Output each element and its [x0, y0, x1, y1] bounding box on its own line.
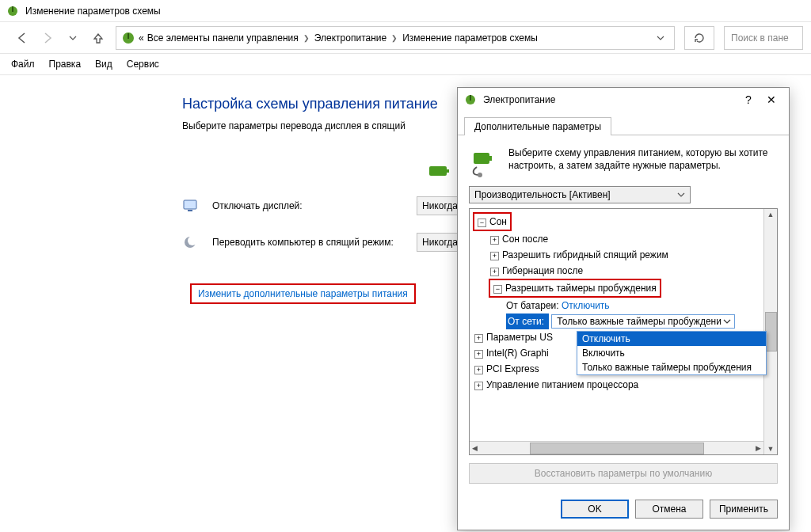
- dialog-intro-text: Выберите схему управления питанием, кото…: [508, 146, 778, 178]
- app-icon: [6, 5, 19, 17]
- nav-bar: « Все элементы панели управления ❯ Элект…: [0, 22, 811, 54]
- dialog-body: Выберите схему управления питанием, кото…: [458, 135, 789, 492]
- chevron-right-icon: ❯: [302, 34, 311, 42]
- breadcrumb-item[interactable]: Изменение параметров схемы: [402, 32, 538, 44]
- chevron-down-icon: [677, 191, 685, 199]
- advanced-power-link[interactable]: Изменить дополнительные параметры питани…: [190, 283, 416, 304]
- svg-rect-7: [188, 210, 192, 211]
- menu-bar: Файл Правка Вид Сервис: [0, 54, 811, 75]
- svg-rect-11: [470, 95, 471, 101]
- chevron-right-icon: ❯: [390, 34, 399, 42]
- expand-icon[interactable]: +: [474, 350, 483, 359]
- battery-plug-icon: [469, 146, 501, 178]
- wake-timer-dropdown[interactable]: Отключить Включить Только важные таймеры…: [577, 331, 767, 375]
- help-button[interactable]: ?: [738, 93, 759, 106]
- cancel-button[interactable]: Отмена: [635, 500, 703, 519]
- power-scheme-select[interactable]: Производительность [Активен]: [469, 186, 691, 203]
- refresh-button[interactable]: [684, 26, 714, 50]
- search-placeholder: Поиск в пане: [731, 32, 789, 44]
- expand-icon[interactable]: +: [474, 382, 483, 390]
- dropdown-option[interactable]: Только важные таймеры пробуждения: [577, 360, 766, 374]
- svg-rect-4: [429, 166, 447, 176]
- chevron-down-icon: [723, 317, 731, 325]
- dialog-footer: OK Отмена Применить: [458, 492, 789, 530]
- breadcrumb-icon: [121, 31, 135, 45]
- scroll-thumb[interactable]: [530, 443, 704, 454]
- svg-rect-12: [474, 153, 489, 164]
- tree-node-sleep-after[interactable]: +Сон после: [473, 231, 774, 247]
- tree-setting-on-battery[interactable]: От батареи: Отключить: [473, 298, 774, 314]
- moon-icon: [182, 234, 198, 250]
- settings-tree: −Сон +Сон после +Разрешить гибридный спя…: [469, 208, 778, 455]
- breadcrumb-bar[interactable]: « Все элементы панели управления ❯ Элект…: [116, 26, 675, 50]
- tree-node-hibernate-after[interactable]: +Гибернация после: [473, 263, 774, 279]
- power-icon: [464, 93, 477, 106]
- svg-point-9: [188, 236, 197, 245]
- collapse-icon[interactable]: −: [493, 285, 502, 294]
- expand-icon[interactable]: +: [490, 252, 499, 260]
- svg-point-14: [478, 173, 482, 177]
- on-battery-value[interactable]: Отключить: [562, 300, 610, 311]
- menu-file[interactable]: Файл: [11, 59, 35, 70]
- close-button[interactable]: ✕: [759, 93, 784, 106]
- expand-icon[interactable]: +: [490, 236, 499, 245]
- back-button[interactable]: [14, 30, 30, 46]
- monitor-icon: [182, 198, 198, 214]
- collapse-icon[interactable]: −: [478, 218, 486, 227]
- svg-rect-6: [184, 200, 196, 209]
- horizontal-scrollbar[interactable]: ◀ ▶: [470, 441, 763, 454]
- tree-node-wake-timers[interactable]: −Разрешить таймеры пробуждения: [473, 279, 774, 298]
- svg-rect-1: [12, 6, 13, 12]
- apply-button[interactable]: Применить: [710, 500, 778, 519]
- restore-defaults-button[interactable]: Восстановить параметры по умолчанию: [469, 463, 778, 484]
- tree-node-cpu-power[interactable]: +Управление питанием процессора: [473, 377, 774, 393]
- breadcrumb-root[interactable]: «: [139, 32, 144, 44]
- expand-icon[interactable]: +: [474, 334, 483, 343]
- tree-node-sleep[interactable]: −Сон: [473, 212, 774, 231]
- plugged-in-value-select[interactable]: Только важные таймеры пробуждени: [551, 314, 735, 329]
- tree-setting-plugged-in[interactable]: От сети: Только важные таймеры пробужден…: [473, 314, 774, 329]
- setting-label: Отключать дисплей:: [212, 200, 402, 211]
- history-dropdown[interactable]: [65, 30, 81, 46]
- menu-edit[interactable]: Правка: [49, 59, 82, 70]
- dialog-tabstrip: Дополнительные параметры: [458, 112, 789, 135]
- scroll-up-icon[interactable]: ▲: [767, 209, 775, 220]
- expand-icon[interactable]: +: [490, 268, 499, 276]
- scroll-left-icon[interactable]: ◀: [470, 444, 480, 452]
- window-title: Изменение параметров схемы: [25, 6, 161, 17]
- expand-icon[interactable]: +: [474, 366, 483, 374]
- dialog-titlebar: Электропитание ? ✕: [458, 88, 789, 112]
- window-titlebar: Изменение параметров схемы: [0, 0, 811, 22]
- svg-rect-5: [447, 169, 449, 173]
- breadcrumb-item[interactable]: Электропитание: [314, 32, 386, 44]
- breadcrumb-item[interactable]: Все элементы панели управления: [147, 32, 299, 44]
- menu-tools[interactable]: Сервис: [127, 59, 159, 70]
- search-input[interactable]: Поиск в пане: [724, 26, 803, 50]
- tree-node-hybrid-sleep[interactable]: +Разрешить гибридный спящий режим: [473, 247, 774, 263]
- chevron-down-icon[interactable]: [657, 34, 669, 42]
- tab-advanced[interactable]: Дополнительные параметры: [464, 117, 611, 135]
- up-button[interactable]: [90, 30, 106, 46]
- dialog-title: Электропитание: [483, 94, 738, 105]
- menu-view[interactable]: Вид: [95, 59, 112, 70]
- scroll-down-icon[interactable]: ▼: [767, 443, 775, 454]
- ok-button[interactable]: OK: [561, 500, 629, 519]
- dropdown-option[interactable]: Включить: [577, 346, 766, 360]
- setting-label: Переводить компьютер в спящий режим:: [212, 237, 402, 248]
- power-options-dialog: Электропитание ? ✕ Дополнительные параме…: [457, 87, 790, 530]
- forward-button[interactable]: [40, 30, 55, 46]
- scroll-right-icon[interactable]: ▶: [753, 444, 763, 452]
- dropdown-option[interactable]: Отключить: [577, 332, 766, 346]
- svg-rect-3: [128, 33, 129, 39]
- svg-rect-13: [489, 156, 492, 161]
